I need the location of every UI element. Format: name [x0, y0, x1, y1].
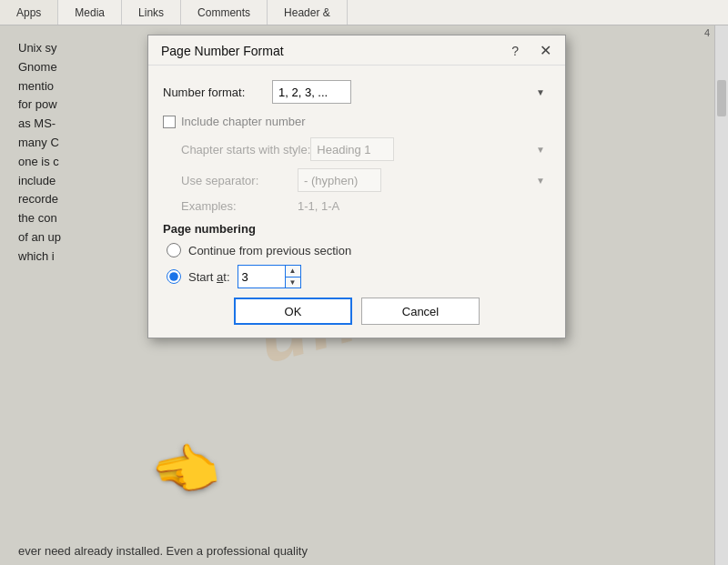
toolbar-tab-media[interactable]: Media — [58, 0, 122, 25]
dialog-titlebar: Page Number Format ? ✕ — [148, 35, 565, 66]
spinner-down-button[interactable]: ▼ — [286, 277, 300, 288]
use-separator-select-wrapper: - (hyphen) — [298, 168, 551, 192]
dialog-buttons: OK Cancel — [163, 298, 551, 325]
include-chapter-row: Include chapter number — [163, 115, 551, 128]
dialog-help-button[interactable]: ? — [511, 44, 519, 58]
examples-row: Examples: 1-1, 1-A — [181, 199, 551, 213]
dialog-close-button[interactable]: ✕ — [537, 43, 554, 59]
spinner-arrows: ▲ ▼ — [285, 265, 301, 288]
chapter-starts-select[interactable]: Heading 1 — [310, 137, 394, 161]
ok-button[interactable]: OK — [234, 298, 352, 325]
examples-value: 1-1, 1-A — [298, 199, 339, 213]
scrollbar[interactable] — [714, 25, 728, 565]
pointing-hand-icon: 👉 — [147, 433, 226, 509]
include-chapter-checkbox[interactable] — [163, 116, 176, 128]
continue-label: Continue from previous section — [188, 244, 351, 257]
page-number-format-dialog: Page Number Format ? ✕ Number format: 1,… — [147, 35, 566, 338]
spinner-up-button[interactable]: ▲ — [286, 266, 300, 277]
toolbar-tabs: Apps Media Links Comments Header & — [0, 0, 348, 25]
scrollbar-thumb[interactable] — [717, 80, 726, 116]
dialog-body: Number format: 1, 2, 3, ... Include chap… — [148, 66, 565, 338]
doc-bottom-text: ever need already installed. Even a prof… — [18, 544, 710, 558]
toolbar: Apps Media Links Comments Header & — [0, 0, 728, 25]
chapter-starts-select-wrapper: Heading 1 — [310, 137, 551, 161]
use-separator-label: Use separator: — [181, 174, 298, 187]
examples-label: Examples: — [181, 199, 298, 213]
dialog-title-actions: ? ✕ — [511, 43, 554, 59]
toolbar-tab-comments[interactable]: Comments — [181, 0, 268, 25]
number-format-label: Number format: — [163, 86, 272, 99]
toolbar-tab-header[interactable]: Header & — [268, 0, 348, 25]
start-at-row: Start at: 3 ▲ ▼ — [167, 265, 551, 288]
start-at-label: Start at: — [188, 270, 230, 284]
toolbar-tab-links[interactable]: Links — [122, 0, 181, 25]
page-numbering-heading: Page numbering — [163, 222, 551, 236]
toolbar-tab-apps[interactable]: Apps — [0, 0, 58, 25]
chapter-starts-row: Chapter starts with style: Heading 1 — [181, 137, 551, 161]
include-chapter-label: Include chapter number — [181, 115, 306, 128]
chapter-options-section: Chapter starts with style: Heading 1 Use… — [181, 137, 551, 213]
use-separator-row: Use separator: - (hyphen) — [181, 168, 551, 192]
number-format-select-wrapper: 1, 2, 3, ... — [272, 80, 551, 104]
use-separator-select[interactable]: - (hyphen) — [298, 168, 381, 192]
cancel-button[interactable]: Cancel — [361, 298, 480, 325]
dialog-title: Page Number Format — [161, 44, 284, 58]
start-at-spinner: 3 ▲ ▼ — [238, 265, 301, 288]
dialog-title-left: Page Number Format — [161, 44, 284, 58]
start-at-radio[interactable] — [167, 269, 181, 284]
chapter-starts-label: Chapter starts with style: — [181, 143, 310, 156]
number-format-row: Number format: 1, 2, 3, ... — [163, 80, 551, 104]
continue-radio-row: Continue from previous section — [167, 243, 551, 257]
doc-text-left: Unix sy Gnome mentio for pow as MS- many… — [0, 25, 150, 565]
number-format-select[interactable]: 1, 2, 3, ... — [272, 80, 351, 104]
continue-radio[interactable] — [167, 243, 181, 257]
